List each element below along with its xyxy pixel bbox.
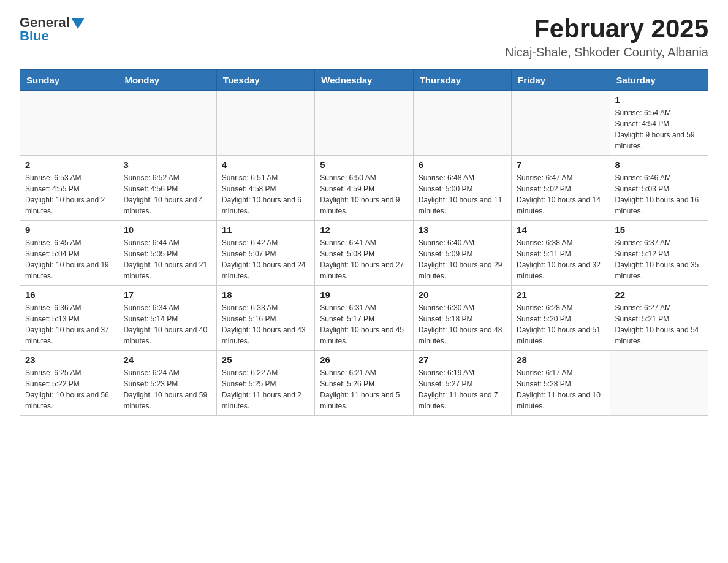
calendar-week-row: 16Sunrise: 6:36 AMSunset: 5:13 PMDayligh… bbox=[20, 286, 708, 351]
calendar-cell bbox=[512, 91, 610, 156]
day-number: 22 bbox=[615, 289, 703, 300]
day-number: 28 bbox=[517, 354, 604, 365]
day-info: Sunrise: 6:41 AMSunset: 5:08 PMDaylight:… bbox=[320, 237, 408, 282]
calendar-week-row: 1Sunrise: 6:54 AMSunset: 4:54 PMDaylight… bbox=[20, 91, 708, 156]
calendar-cell: 11Sunrise: 6:42 AMSunset: 5:07 PMDayligh… bbox=[216, 221, 314, 286]
page-subtitle: Nicaj-Shale, Shkoder County, Albania bbox=[505, 45, 708, 59]
day-info: Sunrise: 6:40 AMSunset: 5:09 PMDaylight:… bbox=[419, 237, 506, 282]
day-info: Sunrise: 6:52 AMSunset: 4:56 PMDaylight:… bbox=[123, 172, 211, 216]
calendar-cell: 20Sunrise: 6:30 AMSunset: 5:18 PMDayligh… bbox=[413, 286, 511, 351]
calendar-cell bbox=[20, 91, 118, 156]
day-info: Sunrise: 6:42 AMSunset: 5:07 PMDaylight:… bbox=[222, 237, 309, 282]
calendar-cell: 23Sunrise: 6:25 AMSunset: 5:22 PMDayligh… bbox=[20, 351, 118, 416]
calendar-cell: 17Sunrise: 6:34 AMSunset: 5:14 PMDayligh… bbox=[118, 286, 216, 351]
svg-marker-0 bbox=[71, 18, 85, 29]
day-number: 7 bbox=[517, 159, 604, 170]
day-number: 13 bbox=[419, 224, 506, 235]
day-info: Sunrise: 6:44 AMSunset: 5:05 PMDaylight:… bbox=[123, 237, 211, 282]
day-info: Sunrise: 6:37 AMSunset: 5:12 PMDaylight:… bbox=[615, 237, 703, 282]
calendar-cell bbox=[413, 91, 511, 156]
weekday-header-sunday: Sunday bbox=[20, 70, 118, 91]
day-number: 9 bbox=[25, 224, 113, 235]
day-info: Sunrise: 6:36 AMSunset: 5:13 PMDaylight:… bbox=[25, 302, 113, 347]
weekday-header-thursday: Thursday bbox=[413, 70, 511, 91]
day-info: Sunrise: 6:47 AMSunset: 5:02 PMDaylight:… bbox=[517, 172, 604, 216]
weekday-header-saturday: Saturday bbox=[610, 70, 708, 91]
weekday-header-row: SundayMondayTuesdayWednesdayThursdayFrid… bbox=[20, 70, 708, 91]
day-info: Sunrise: 6:25 AMSunset: 5:22 PMDaylight:… bbox=[25, 367, 113, 412]
weekday-header-friday: Friday bbox=[512, 70, 610, 91]
calendar-cell: 3Sunrise: 6:52 AMSunset: 4:56 PMDaylight… bbox=[118, 156, 216, 221]
day-info: Sunrise: 6:24 AMSunset: 5:23 PMDaylight:… bbox=[123, 367, 211, 412]
calendar-cell: 24Sunrise: 6:24 AMSunset: 5:23 PMDayligh… bbox=[118, 351, 216, 416]
calendar-cell: 7Sunrise: 6:47 AMSunset: 5:02 PMDaylight… bbox=[512, 156, 610, 221]
day-number: 10 bbox=[123, 224, 211, 235]
day-info: Sunrise: 6:31 AMSunset: 5:17 PMDaylight:… bbox=[320, 302, 408, 347]
day-info: Sunrise: 6:53 AMSunset: 4:55 PMDaylight:… bbox=[25, 172, 113, 216]
day-info: Sunrise: 6:21 AMSunset: 5:26 PMDaylight:… bbox=[320, 367, 408, 412]
calendar-cell: 4Sunrise: 6:51 AMSunset: 4:58 PMDaylight… bbox=[216, 156, 314, 221]
page-title: February 2025 bbox=[505, 15, 708, 43]
calendar-cell: 18Sunrise: 6:33 AMSunset: 5:16 PMDayligh… bbox=[216, 286, 314, 351]
weekday-header-wednesday: Wednesday bbox=[315, 70, 413, 91]
calendar-cell: 14Sunrise: 6:38 AMSunset: 5:11 PMDayligh… bbox=[512, 221, 610, 286]
calendar-cell: 8Sunrise: 6:46 AMSunset: 5:03 PMDaylight… bbox=[610, 156, 708, 221]
day-number: 15 bbox=[615, 224, 703, 235]
day-info: Sunrise: 6:27 AMSunset: 5:21 PMDaylight:… bbox=[615, 302, 703, 347]
calendar-cell: 6Sunrise: 6:48 AMSunset: 5:00 PMDaylight… bbox=[413, 156, 511, 221]
calendar-week-row: 23Sunrise: 6:25 AMSunset: 5:22 PMDayligh… bbox=[20, 351, 708, 416]
day-number: 24 bbox=[123, 354, 211, 365]
calendar-cell: 25Sunrise: 6:22 AMSunset: 5:25 PMDayligh… bbox=[216, 351, 314, 416]
day-info: Sunrise: 6:33 AMSunset: 5:16 PMDaylight:… bbox=[222, 302, 309, 347]
day-number: 18 bbox=[222, 289, 309, 300]
calendar-cell: 9Sunrise: 6:45 AMSunset: 5:04 PMDaylight… bbox=[20, 221, 118, 286]
day-info: Sunrise: 6:48 AMSunset: 5:00 PMDaylight:… bbox=[419, 172, 506, 216]
calendar-cell: 15Sunrise: 6:37 AMSunset: 5:12 PMDayligh… bbox=[610, 221, 708, 286]
day-number: 8 bbox=[615, 159, 703, 170]
day-info: Sunrise: 6:34 AMSunset: 5:14 PMDaylight:… bbox=[123, 302, 211, 347]
day-number: 26 bbox=[320, 354, 408, 365]
calendar-cell bbox=[216, 91, 314, 156]
day-number: 3 bbox=[123, 159, 211, 170]
calendar-table: SundayMondayTuesdayWednesdayThursdayFrid… bbox=[20, 69, 708, 416]
day-number: 2 bbox=[25, 159, 113, 170]
day-info: Sunrise: 6:38 AMSunset: 5:11 PMDaylight:… bbox=[517, 237, 604, 282]
day-info: Sunrise: 6:28 AMSunset: 5:20 PMDaylight:… bbox=[517, 302, 604, 347]
day-number: 21 bbox=[517, 289, 604, 300]
page-header: General Blue February 2025 Nicaj-Shale, … bbox=[20, 15, 708, 59]
day-number: 19 bbox=[320, 289, 408, 300]
calendar-cell: 22Sunrise: 6:27 AMSunset: 5:21 PMDayligh… bbox=[610, 286, 708, 351]
day-number: 25 bbox=[222, 354, 309, 365]
day-info: Sunrise: 6:51 AMSunset: 4:58 PMDaylight:… bbox=[222, 172, 309, 216]
calendar-cell: 21Sunrise: 6:28 AMSunset: 5:20 PMDayligh… bbox=[512, 286, 610, 351]
day-number: 17 bbox=[123, 289, 211, 300]
calendar-week-row: 9Sunrise: 6:45 AMSunset: 5:04 PMDaylight… bbox=[20, 221, 708, 286]
day-number: 12 bbox=[320, 224, 408, 235]
title-block: February 2025 Nicaj-Shale, Shkoder Count… bbox=[505, 15, 708, 59]
day-number: 20 bbox=[419, 289, 506, 300]
calendar-week-row: 2Sunrise: 6:53 AMSunset: 4:55 PMDaylight… bbox=[20, 156, 708, 221]
logo: General Blue bbox=[20, 15, 85, 44]
day-number: 23 bbox=[25, 354, 113, 365]
calendar-cell: 13Sunrise: 6:40 AMSunset: 5:09 PMDayligh… bbox=[413, 221, 511, 286]
calendar-cell bbox=[118, 91, 216, 156]
calendar-cell: 26Sunrise: 6:21 AMSunset: 5:26 PMDayligh… bbox=[315, 351, 413, 416]
day-info: Sunrise: 6:19 AMSunset: 5:27 PMDaylight:… bbox=[419, 367, 506, 412]
calendar-cell: 2Sunrise: 6:53 AMSunset: 4:55 PMDaylight… bbox=[20, 156, 118, 221]
day-number: 27 bbox=[419, 354, 506, 365]
weekday-header-monday: Monday bbox=[118, 70, 216, 91]
day-number: 4 bbox=[222, 159, 309, 170]
logo-blue-text: Blue bbox=[20, 28, 49, 44]
day-info: Sunrise: 6:22 AMSunset: 5:25 PMDaylight:… bbox=[222, 367, 309, 412]
day-number: 14 bbox=[517, 224, 604, 235]
day-info: Sunrise: 6:30 AMSunset: 5:18 PMDaylight:… bbox=[419, 302, 506, 347]
day-info: Sunrise: 6:17 AMSunset: 5:28 PMDaylight:… bbox=[517, 367, 604, 412]
day-info: Sunrise: 6:45 AMSunset: 5:04 PMDaylight:… bbox=[25, 237, 113, 282]
day-number: 1 bbox=[615, 94, 703, 105]
calendar-cell: 12Sunrise: 6:41 AMSunset: 5:08 PMDayligh… bbox=[315, 221, 413, 286]
day-info: Sunrise: 6:50 AMSunset: 4:59 PMDaylight:… bbox=[320, 172, 408, 216]
calendar-cell bbox=[610, 351, 708, 416]
day-number: 5 bbox=[320, 159, 408, 170]
calendar-cell: 1Sunrise: 6:54 AMSunset: 4:54 PMDaylight… bbox=[610, 91, 708, 156]
calendar-cell: 16Sunrise: 6:36 AMSunset: 5:13 PMDayligh… bbox=[20, 286, 118, 351]
